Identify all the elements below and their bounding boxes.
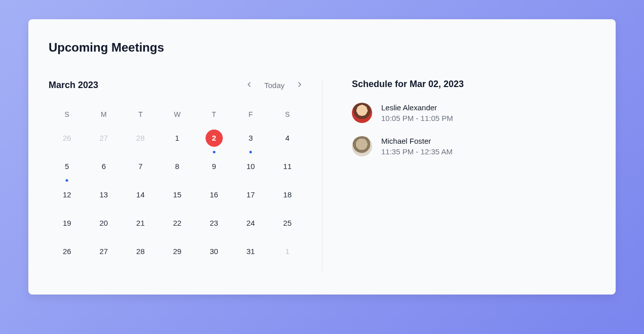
calendar-day-number: 30: [206, 243, 223, 260]
calendar-day-number: 19: [58, 215, 75, 232]
content-row: March 2023 Today SMTWTFS 2: [49, 79, 595, 271]
calendar-day-number: 27: [95, 130, 112, 147]
calendar-day-number: 1: [169, 130, 186, 147]
calendar-section: March 2023 Today SMTWTFS 2: [49, 79, 322, 271]
calendar-day[interactable]: 9: [195, 158, 232, 186]
calendar-day[interactable]: 19: [49, 215, 86, 243]
meeting-time: 10:05 PM - 11:05 PM: [381, 114, 453, 122]
calendar-day[interactable]: 10: [232, 158, 269, 186]
calendar-day[interactable]: 1: [269, 243, 306, 271]
calendar-day-number: 18: [279, 186, 296, 203]
calendar-days-grid: 2627281234567891011121314151617181920212…: [49, 130, 306, 271]
calendar-day[interactable]: 26: [49, 243, 86, 271]
avatar: [352, 136, 372, 156]
calendar-day-number: 26: [58, 130, 75, 147]
calendar-day[interactable]: 31: [232, 243, 269, 271]
event-dot-icon: [213, 151, 215, 153]
calendar-day[interactable]: 22: [159, 215, 196, 243]
calendar-day[interactable]: 27: [86, 243, 123, 271]
meeting-info: Leslie Alexander10:05 PM - 11:05 PM: [381, 103, 453, 122]
meetings-card: Upcoming Meetings March 2023 Today: [28, 19, 616, 295]
meeting-name: Michael Foster: [381, 137, 453, 145]
calendar-dow: M: [86, 110, 123, 130]
calendar-day[interactable]: 25: [269, 215, 306, 243]
calendar-day-number: 28: [132, 130, 149, 147]
calendar-day[interactable]: 29: [159, 243, 196, 271]
calendar-dow: F: [232, 110, 269, 130]
calendar-dow: S: [269, 110, 306, 130]
calendar-day[interactable]: 18: [269, 186, 306, 215]
calendar-controls: Today: [243, 79, 306, 91]
calendar-day-number: 20: [95, 215, 112, 232]
calendar-day-number: 12: [58, 186, 75, 203]
calendar-day[interactable]: 23: [195, 215, 232, 243]
calendar-day[interactable]: 7: [122, 158, 159, 186]
calendar-day[interactable]: 30: [195, 243, 232, 271]
calendar-day-number: 5: [58, 158, 75, 175]
event-dot-icon: [250, 151, 252, 153]
calendar-day[interactable]: 20: [86, 215, 123, 243]
meeting-item[interactable]: Leslie Alexander10:05 PM - 11:05 PM: [352, 103, 595, 123]
calendar-day-number: 16: [206, 186, 223, 203]
calendar-day-number: 29: [169, 243, 186, 260]
calendar-header: March 2023 Today: [49, 79, 306, 91]
calendar-dow: T: [122, 110, 159, 130]
calendar-day-number: 28: [132, 243, 149, 260]
calendar-day[interactable]: 1: [159, 130, 196, 158]
schedule-section: Schedule for Mar 02, 2023 Leslie Alexand…: [323, 79, 595, 271]
calendar-day-number: 22: [169, 215, 186, 232]
prev-month-button[interactable]: [243, 79, 255, 91]
calendar-day-number: 27: [95, 243, 112, 260]
calendar-day[interactable]: 2: [195, 130, 232, 158]
calendar-day[interactable]: 17: [232, 186, 269, 215]
calendar-day[interactable]: 3: [232, 130, 269, 158]
calendar-day-number: 10: [242, 158, 259, 175]
calendar-month-label: March 2023: [49, 80, 98, 91]
avatar: [352, 103, 372, 123]
calendar-day[interactable]: 12: [49, 186, 86, 215]
calendar-day[interactable]: 21: [122, 215, 159, 243]
calendar-day[interactable]: 15: [159, 186, 196, 215]
calendar-day-number: 31: [242, 243, 259, 260]
calendar-day-number: 1: [279, 243, 296, 260]
meeting-item[interactable]: Michael Foster11:35 PM - 12:35 AM: [352, 136, 595, 156]
calendar-day-number: 6: [95, 158, 112, 175]
calendar-day[interactable]: 24: [232, 215, 269, 243]
schedule-heading: Schedule for Mar 02, 2023: [352, 79, 595, 90]
calendar-day[interactable]: 8: [159, 158, 196, 186]
today-button[interactable]: Today: [264, 81, 285, 90]
calendar-day-number: 24: [242, 215, 259, 232]
calendar-day-number: 3: [242, 130, 259, 147]
page-title: Upcoming Meetings: [49, 40, 595, 55]
calendar-day[interactable]: 5: [49, 158, 86, 186]
meeting-time: 11:35 PM - 12:35 AM: [381, 147, 453, 156]
calendar-dow: T: [195, 110, 232, 130]
calendar-day-number: 11: [279, 158, 296, 175]
calendar-day-number: 8: [169, 158, 186, 175]
calendar-day-number: 13: [95, 186, 112, 203]
meeting-info: Michael Foster11:35 PM - 12:35 AM: [381, 137, 453, 156]
calendar-day-number: 4: [279, 130, 296, 147]
meeting-name: Leslie Alexander: [381, 103, 453, 112]
calendar-day-number: 9: [206, 158, 223, 175]
calendar-day[interactable]: 28: [122, 130, 159, 158]
calendar-day-number: 15: [169, 186, 186, 203]
calendar-day-number: 26: [58, 243, 75, 260]
calendar-day[interactable]: 14: [122, 186, 159, 215]
calendar-day-number: 25: [279, 215, 296, 232]
calendar-day-number: 2: [206, 130, 223, 147]
calendar-day[interactable]: 28: [122, 243, 159, 271]
calendar-day[interactable]: 11: [269, 158, 306, 186]
calendar-day-number: 14: [132, 186, 149, 203]
calendar-day[interactable]: 6: [86, 158, 123, 186]
event-dot-icon: [66, 179, 68, 182]
chevron-left-icon: [245, 80, 253, 90]
calendar-day[interactable]: 16: [195, 186, 232, 215]
calendar-day[interactable]: 4: [269, 130, 306, 158]
next-month-button[interactable]: [294, 79, 306, 91]
calendar-dow: W: [159, 110, 196, 130]
calendar-day[interactable]: 27: [86, 130, 123, 158]
meetings-list: Leslie Alexander10:05 PM - 11:05 PMMicha…: [352, 103, 595, 156]
calendar-day[interactable]: 13: [86, 186, 123, 215]
calendar-day[interactable]: 26: [49, 130, 86, 158]
